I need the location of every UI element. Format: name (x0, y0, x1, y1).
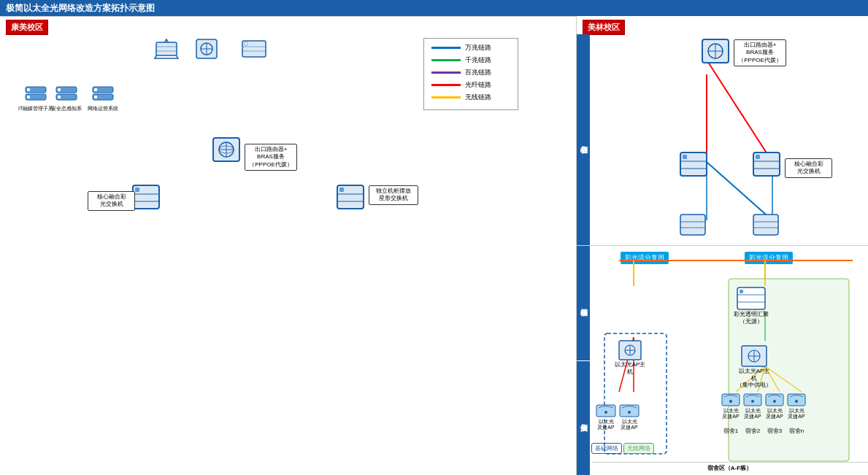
right-area-label: 宿舍区（A-F栋） (591, 462, 868, 472)
title-text: 极简以太全光网络改造方案拓扑示意图 (6, 2, 155, 15)
right-standalone-ap-label: 以太光AP主机 (612, 361, 648, 375)
router-top-2 (193, 38, 220, 60)
svg-rect-20 (58, 96, 61, 99)
mid-switch-2 (336, 184, 365, 210)
right-core-annot: 核心融合彩光交换机 (785, 158, 832, 178)
right-ap-r4: 以太光灵捷AP (787, 392, 806, 419)
svg-point-199 (795, 400, 798, 403)
netmgmt-label: 网络运营系统 (88, 106, 118, 112)
svg-rect-47 (135, 188, 139, 192)
main-container: 极简以太全光网络改造方案拓扑示意图 康美校区 核心侧 (0, 0, 868, 475)
mid-switch-1 (131, 184, 161, 210)
svg-rect-19 (58, 88, 61, 91)
svg-rect-157 (756, 155, 760, 159)
right-hub-label: 彩光透明汇聚（无源） (734, 311, 769, 325)
right-router-annot: 出口路由器+BRAS服务（PPPOE代拨） (734, 39, 786, 66)
right-terminal-label: 接入侧 (577, 361, 590, 476)
svg-line-141 (707, 60, 772, 162)
campus-label-left: 康美校区 (6, 20, 48, 35)
svg-rect-38 (245, 42, 247, 45)
right-panel: 美林校区 核心侧 (577, 16, 868, 475)
right-ap-1-label: 以太光灵捷AP (597, 419, 614, 430)
mid-switch-annot: 独立机柜摆放星形交换机 (369, 185, 418, 205)
it-label: IT融媒管理子系 (18, 106, 53, 112)
right-ap-r1: 以太光灵捷AP (721, 392, 740, 419)
legend-wan: 万兆链路 (431, 43, 510, 53)
legend-giga: 千兆链路 (431, 55, 510, 65)
legend-fiber: 光纤链路 (431, 80, 510, 90)
right-ap-bottom-2: 以太光灵捷AP (619, 403, 640, 430)
right-core-switch-2 (752, 151, 781, 177)
right-passive-hub: 彩光透明汇聚（无源） (734, 286, 769, 325)
right-router (701, 38, 730, 64)
svg-point-197 (773, 400, 776, 403)
right-eth-ap-host: 以太光AP主机（集中供电） (736, 344, 772, 389)
legend-100m: 百兆链路 (431, 68, 510, 77)
svg-rect-16 (27, 96, 30, 99)
svg-point-195 (751, 400, 754, 403)
right-core-switch-1 (679, 151, 708, 177)
left-panel: 康美校区 核心侧 (0, 16, 577, 475)
campus-label-right: 美林校区 (583, 20, 625, 35)
svg-rect-23 (94, 88, 97, 91)
traffic-label-right-2: 彩光流分复用 (745, 252, 793, 264)
it-server-icon: IT融媒管理子系 (18, 85, 53, 112)
right-ap-r3: 以太光灵捷AP (765, 392, 784, 419)
svg-point-181 (604, 411, 607, 414)
svg-point-193 (729, 400, 732, 403)
legend-box: 万兆链路 千兆链路 百兆链路 光纤链路 (423, 38, 518, 110)
right-core-switch-4 (752, 213, 780, 236)
right-eth-ap-host-label: 以太光AP主机（集中供电） (736, 368, 772, 389)
router-annot: 出口路由器+BRAS服务（PPPOE代拨） (245, 144, 297, 171)
right-core-switch-3 (679, 213, 707, 236)
central-router (212, 136, 241, 163)
right-standalone-ap: 以太光AP主机 (612, 339, 648, 375)
svg-rect-51 (339, 188, 344, 192)
content-area: 康美校区 核心侧 (0, 16, 868, 475)
right-floor-label: 楼栋侧 (577, 246, 590, 361)
svg-rect-187 (740, 290, 743, 293)
switch-top-3 (241, 38, 267, 60)
svg-rect-24 (94, 96, 97, 99)
traffic-label-right-1: 彩光流分复用 (621, 252, 669, 264)
svg-rect-161 (753, 215, 778, 235)
right-ap-2-label: 以太光灵捷AP (621, 419, 637, 430)
svg-point-183 (628, 411, 631, 414)
right-ap-r2: 以太光灵捷AP (743, 392, 762, 419)
legend-wireless: 无线链路 (431, 93, 510, 102)
right-core-side-label: 核心侧 (577, 34, 590, 245)
right-ap-bottom-1: 以太光灵捷AP (596, 403, 616, 430)
svg-rect-153 (683, 155, 687, 159)
svg-rect-28 (156, 42, 177, 55)
router-top-1 (153, 38, 180, 60)
right-base-network: 基础网络 (591, 443, 622, 454)
title-bar: 极简以太全光网络改造方案拓扑示意图 (0, 0, 868, 16)
core-switch-annot: 核心融合彩光交换机 (88, 191, 135, 211)
right-room-labels: 宿舍1 宿舍2 宿舍3 宿舍n (721, 427, 806, 435)
svg-rect-15 (27, 88, 30, 91)
netmgmt-icon: 网络运营系统 (88, 85, 118, 112)
right-ap-row: 以太光灵捷AP 以太光灵捷AP 以太光灵捷AP 以太光灵捷AP (721, 392, 806, 419)
bottom-right-access: 楼栋侧 接入侧 彩光流分复用 彩光流分复用 (577, 246, 868, 475)
top-left-core: 康美校区 核心侧 (0, 16, 577, 17)
top-right-core: 美林校区 核心侧 (577, 16, 868, 246)
right-wireless-network: 无线网络 (623, 443, 654, 454)
svg-rect-158 (680, 215, 705, 235)
security-label: 安全态感知系 (51, 106, 82, 112)
security-icon: 安全态感知系 (51, 85, 82, 112)
